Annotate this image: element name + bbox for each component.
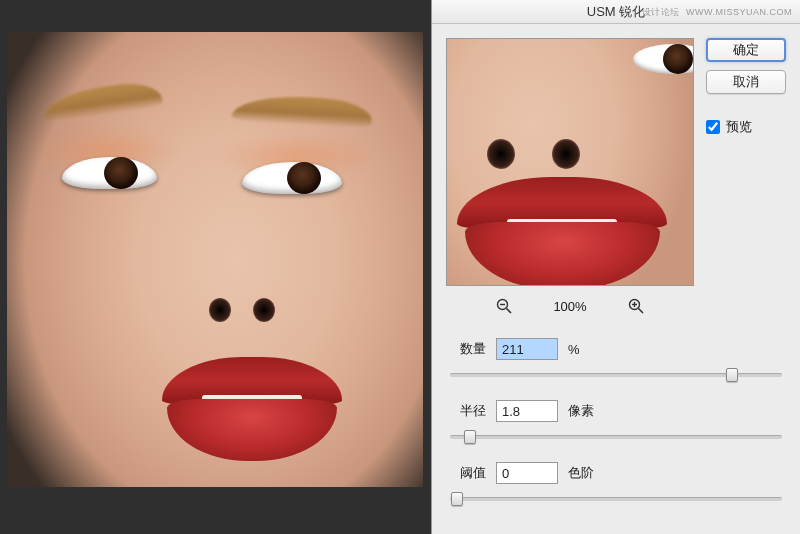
dialog-title: USM 锐化 [587, 4, 646, 19]
usm-sharpen-dialog: USM 锐化 设计论坛 WWW.MISSYUAN.COM [431, 0, 800, 534]
document-image[interactable] [7, 32, 423, 487]
amount-input[interactable] [496, 338, 558, 360]
preview-checkbox-wrap[interactable]: 预览 [706, 118, 786, 136]
preview-checkbox[interactable] [706, 120, 720, 134]
threshold-unit: 色阶 [568, 464, 594, 482]
radius-label: 半径 [450, 402, 486, 420]
amount-slider-thumb[interactable] [726, 368, 738, 382]
zoom-out-icon [496, 298, 512, 314]
radius-slider-thumb[interactable] [464, 430, 476, 444]
canvas-area [0, 0, 430, 534]
ok-button[interactable]: 确定 [706, 38, 786, 62]
zoom-out-button[interactable] [495, 297, 513, 315]
zoom-in-button[interactable] [627, 297, 645, 315]
dialog-titlebar[interactable]: USM 锐化 设计论坛 WWW.MISSYUAN.COM [432, 0, 800, 24]
amount-label: 数量 [450, 340, 486, 358]
radius-unit: 像素 [568, 402, 594, 420]
amount-unit: % [568, 342, 580, 357]
filter-preview[interactable] [446, 38, 694, 286]
threshold-slider-thumb[interactable] [451, 492, 463, 506]
svg-line-4 [638, 309, 643, 314]
threshold-slider[interactable] [450, 490, 782, 508]
radius-input[interactable] [496, 400, 558, 422]
zoom-level: 100% [553, 299, 586, 314]
threshold-input[interactable] [496, 462, 558, 484]
svg-line-1 [507, 309, 512, 314]
preview-checkbox-label: 预览 [726, 118, 752, 136]
threshold-label: 阈值 [450, 464, 486, 482]
cancel-button[interactable]: 取消 [706, 70, 786, 94]
radius-slider[interactable] [450, 428, 782, 446]
amount-slider[interactable] [450, 366, 782, 384]
zoom-in-icon [628, 298, 644, 314]
watermark: 设计论坛 WWW.MISSYUAN.COM [642, 0, 792, 24]
